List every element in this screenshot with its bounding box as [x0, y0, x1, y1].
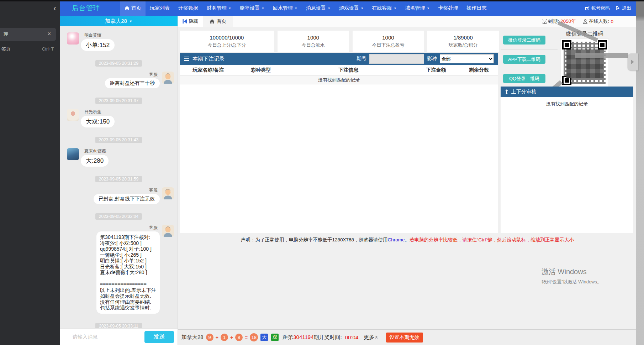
- home-tab-label: 首页: [217, 18, 226, 25]
- qq-login-qr-button[interactable]: QQ登录二维码: [503, 74, 545, 83]
- nav-item-8[interactable]: 在线客服▼: [368, 0, 401, 16]
- chat-timestamp: 2023-09-05 20:31:59: [95, 176, 142, 182]
- nav-item-6[interactable]: 消息设置▼: [302, 0, 335, 16]
- caret-down-icon: ▼: [262, 7, 264, 10]
- wechat-qr-block: 微信登录二维码: [559, 31, 611, 87]
- nav-item-label: 赔率设置: [240, 5, 260, 11]
- nav-item-label: 域名管理: [405, 5, 425, 11]
- hide-label: 隐藏: [189, 18, 198, 25]
- draw-expression: 9+1+8=18: [206, 333, 258, 341]
- operator: +: [230, 335, 233, 340]
- online-info: 在线人数:0: [583, 18, 613, 25]
- countdown-timer: 00:04: [345, 334, 359, 340]
- nav-item-3[interactable]: 财务管理▼: [202, 0, 236, 16]
- tab-home[interactable]: 首页: [203, 16, 233, 27]
- wechat-login-qr-button[interactable]: 微信登录二维码: [503, 36, 545, 45]
- lottery-type-select[interactable]: 全部: [440, 54, 494, 63]
- bet-panel-filters: 期号 彩种 全部: [357, 54, 494, 64]
- avatar: [67, 148, 79, 160]
- hourglass-icon: [543, 19, 547, 24]
- top-nav-bar: 后台管理 首页玩家列表开奖数据财务管理▼赔率设置▼回水管理▼消息设置▼游戏设置▼…: [60, 0, 637, 16]
- menu-icon[interactable]: [184, 57, 189, 61]
- send-button[interactable]: 发送: [144, 331, 174, 343]
- chat-room-selector[interactable]: 加拿大28 ▼: [60, 16, 178, 26]
- caret-down-icon: ▼: [427, 7, 430, 10]
- new-tab-item[interactable]: 签页 Ctrl+T: [0, 45, 60, 53]
- nav-item-2[interactable]: 开奖数据: [174, 0, 202, 16]
- stat-value: 1000: [307, 35, 319, 41]
- chat-message: 客服距离封盘还有三十秒: [60, 72, 178, 88]
- table-column-header: 玩家名称/备注: [180, 67, 237, 73]
- draw-number-ball: 1: [221, 334, 228, 341]
- table-empty-row: 没有找到匹配的记录: [180, 76, 498, 84]
- caret-down-icon: ▼: [394, 7, 397, 10]
- set-invalid-button[interactable]: 设置本期无效: [386, 333, 423, 343]
- table-header-row: 玩家名称/备注彩种类型下注信息下注金额剩余分数: [180, 65, 498, 76]
- nav-item-11[interactable]: 操作日志: [462, 0, 491, 16]
- bet-records-panel: 本期下注记录 期号 彩种 全部 玩家名称/备注彩种类型下注信息下注金额剩余分数 …: [180, 53, 498, 233]
- nav-item-label: 卡奖处理: [438, 5, 458, 11]
- double-chevron-icon: «: [374, 336, 380, 339]
- browser-tab-title: 理: [4, 31, 8, 38]
- nav-item-label: 回水管理: [273, 5, 293, 11]
- issue-number-input[interactable]: [369, 54, 424, 64]
- window-top-edge: [0, 0, 644, 1]
- main-content: 隐藏 首页 到期: 2050年 在线人数:0 100000/10000今日总上分…: [178, 16, 637, 345]
- chat-message-input[interactable]: [72, 334, 144, 340]
- lottery-label: 彩种: [427, 56, 437, 62]
- app-brand[interactable]: 后台管理: [72, 4, 100, 13]
- up-down-arrow-icon: [505, 89, 508, 94]
- nav-item-0[interactable]: 首页: [120, 0, 146, 16]
- avatar: [67, 32, 79, 45]
- browser-tab[interactable]: 理 ×: [0, 28, 56, 41]
- flap-arrow-icon: [631, 59, 634, 64]
- home-icon: [210, 19, 215, 23]
- avatar: [67, 109, 79, 121]
- chat-message: 日光析蓝大双:150: [60, 109, 178, 127]
- app-download-qr-button[interactable]: APP下载二维码: [503, 55, 545, 64]
- chat-bubble: 大:280: [81, 155, 109, 167]
- chat-sidebar: 加拿大28 ▼ 明白莫懂小单:1522023-09-05 20:31:29客服距…: [60, 16, 178, 345]
- chat-message: 客服已封盘,封盘线下下注无效: [60, 187, 178, 204]
- nav-item-9[interactable]: 域名管理▼: [401, 0, 434, 16]
- table-column-header: 下注信息: [285, 67, 412, 73]
- disclaimer-text: 声明：为了正常使用，电脑分辨率不能低于1280X768，浏览器请使用: [241, 237, 388, 242]
- chrome-link[interactable]: Chrome: [388, 237, 405, 242]
- qr-finder-icon: [598, 40, 607, 49]
- bet-panel-title: 本期下注记录: [192, 56, 225, 62]
- stat-box: 1000今日下注总盈亏: [353, 31, 424, 52]
- new-tab-label: 签页: [1, 46, 11, 52]
- account-password-button[interactable]: 帐号密码: [585, 5, 610, 11]
- next-issue-text: 距第3041194期开奖时间:: [283, 334, 342, 341]
- nav-item-1[interactable]: 玩家列表: [146, 0, 174, 16]
- logout-button[interactable]: 退出: [616, 5, 631, 11]
- nav-item-label: 消息设置: [306, 5, 326, 11]
- nav-item-10[interactable]: 卡奖处理: [434, 0, 462, 16]
- nav-item-4[interactable]: 赔率设置▼: [236, 0, 269, 16]
- nav-item-7[interactable]: 游戏设置▼: [335, 0, 368, 16]
- home-icon: [125, 6, 130, 10]
- qr-button-row: APP下载二维码: [501, 50, 558, 69]
- chat-message: 夏末de蔷薇大:280: [60, 148, 178, 167]
- browser-edge-flap[interactable]: [628, 53, 638, 70]
- stat-box: 100000/10000今日总上分/总下分: [180, 31, 274, 52]
- logout-icon: [616, 6, 620, 10]
- nav-item-label: 首页: [131, 5, 141, 11]
- stat-value: 1/89000: [454, 35, 473, 41]
- close-icon[interactable]: ×: [48, 31, 51, 37]
- audit-empty-text: 没有找到匹配的记录: [501, 101, 633, 107]
- stat-label: 今日总流水: [302, 42, 325, 48]
- avatar: [162, 187, 174, 199]
- operator: +: [216, 335, 218, 340]
- account-edit-icon: [585, 6, 590, 10]
- collapse-panel-icon[interactable]: ‹: [53, 4, 56, 12]
- table-column-header: 下注金额: [412, 67, 460, 73]
- nav-item-5[interactable]: 回水管理▼: [269, 0, 302, 16]
- disclaimer-separator: 。: [405, 237, 410, 242]
- more-link[interactable]: 更多«: [364, 334, 378, 341]
- hide-sidebar-button[interactable]: 隐藏: [178, 16, 203, 27]
- disclaimer-warning: 若电脑的分辨率比较低，请按住“Ctrl”键，然后滚动鼠标，缩放到正常显示大小: [410, 237, 574, 242]
- expire-label: 到期:: [548, 18, 559, 25]
- avatar: [162, 72, 174, 84]
- qr-censor-streak: [575, 53, 628, 58]
